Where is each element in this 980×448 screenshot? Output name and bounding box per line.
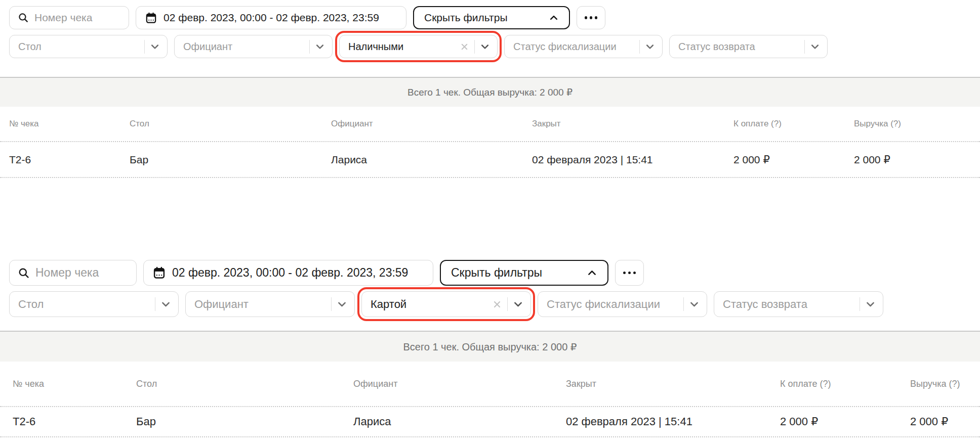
filter-label: Стол bbox=[18, 298, 150, 311]
receipt-number-input[interactable] bbox=[35, 266, 128, 280]
column-header-receipt-no: № чека bbox=[9, 119, 130, 129]
filter-label: Статус фискализации bbox=[547, 298, 678, 311]
filter-payment-method[interactable]: Наличными bbox=[339, 35, 498, 58]
column-header-revenue: Выручка (?) bbox=[910, 379, 967, 389]
cell-to-pay: 2 000 ₽ bbox=[733, 154, 854, 166]
filter-fiscal-status[interactable]: Статус фискализации bbox=[504, 35, 663, 58]
hide-filters-button[interactable]: Скрыть фильтры bbox=[440, 260, 608, 286]
filter-payment-method[interactable]: Картой bbox=[361, 291, 531, 317]
cell-table: Бар bbox=[130, 154, 331, 166]
chevron-up-icon bbox=[587, 267, 597, 278]
chevron-down-icon[interactable] bbox=[645, 41, 655, 52]
filter-label: Статус возврата bbox=[723, 298, 854, 311]
filter-label: Официант bbox=[194, 298, 326, 311]
receipt-search[interactable] bbox=[9, 260, 137, 286]
table-header-row: № чека Стол Официант Закрыт К оплате (?)… bbox=[0, 107, 980, 141]
column-header-receipt-no: № чека bbox=[13, 379, 136, 389]
hide-filters-button[interactable]: Скрыть фильтры bbox=[413, 6, 570, 29]
cell-receipt-no: T2-6 bbox=[13, 415, 136, 428]
filter-fiscal-status[interactable]: Статус фискализации bbox=[538, 291, 707, 317]
column-header-table: Стол bbox=[130, 119, 331, 129]
table-header-row: № чека Стол Официант Закрыт К оплате (?)… bbox=[0, 362, 980, 406]
chevron-down-icon[interactable] bbox=[689, 299, 700, 309]
chevron-down-icon[interactable] bbox=[513, 299, 523, 309]
filter-label: Официант bbox=[183, 41, 304, 53]
divider bbox=[155, 297, 156, 311]
ellipsis-icon bbox=[623, 272, 626, 275]
date-range-label: 02 февр. 2023, 00:00 - 02 февр. 2023, 23… bbox=[172, 266, 408, 280]
receipts-view-cash: 02 февр. 2023, 00:00 - 02 февр. 2023, 23… bbox=[0, 0, 980, 178]
divider bbox=[683, 297, 684, 311]
toolbar: 02 февр. 2023, 00:00 - 02 февр. 2023, 23… bbox=[0, 6, 980, 29]
chevron-down-icon[interactable] bbox=[160, 299, 171, 309]
summary-text: Всего 1 чек. Общая выручка: 2 000 ₽ bbox=[407, 86, 573, 98]
chevron-down-icon[interactable] bbox=[865, 299, 876, 309]
receipt-search[interactable] bbox=[9, 6, 129, 29]
filter-table[interactable]: Стол bbox=[9, 291, 179, 317]
divider bbox=[639, 40, 640, 54]
summary-bar: Всего 1 чек. Общая выручка: 2 000 ₽ bbox=[0, 331, 980, 362]
hide-filters-label: Скрыть фильтры bbox=[424, 12, 507, 24]
column-header-waiter: Официант bbox=[353, 379, 566, 389]
more-options-button[interactable] bbox=[615, 260, 644, 286]
calendar-icon bbox=[153, 266, 166, 279]
divider bbox=[860, 297, 861, 311]
divider bbox=[474, 40, 475, 54]
divider bbox=[144, 40, 145, 54]
filter-refund-status[interactable]: Статус возврата bbox=[669, 35, 828, 58]
cell-waiter: Лариса bbox=[353, 415, 566, 428]
filter-waiter[interactable]: Официант bbox=[174, 35, 333, 58]
chevron-down-icon[interactable] bbox=[150, 41, 160, 52]
divider bbox=[804, 40, 805, 54]
date-range-picker[interactable]: 02 февр. 2023, 00:00 - 02 февр. 2023, 23… bbox=[136, 6, 406, 29]
column-header-waiter: Официант bbox=[331, 119, 532, 129]
column-header-to-pay: К оплате (?) bbox=[780, 379, 910, 389]
chevron-down-icon[interactable] bbox=[810, 41, 820, 52]
receipt-number-input[interactable] bbox=[34, 12, 120, 24]
cell-revenue: 2 000 ₽ bbox=[910, 415, 967, 428]
cell-waiter: Лариса bbox=[331, 154, 532, 166]
chevron-up-icon bbox=[549, 13, 559, 23]
chevron-down-icon[interactable] bbox=[315, 41, 325, 52]
cell-closed: 02 февраля 2023 | 15:41 bbox=[532, 154, 733, 166]
column-header-closed: Закрыт bbox=[532, 119, 733, 129]
filter-label: Статус фискализации bbox=[513, 41, 634, 53]
calendar-icon bbox=[145, 12, 157, 24]
filters-row: Стол Официант Наличными Статус фиска bbox=[0, 35, 980, 58]
toolbar: 02 февр. 2023, 00:00 - 02 февр. 2023, 23… bbox=[0, 260, 980, 286]
date-range-label: 02 февр. 2023, 00:00 - 02 февр. 2023, 23… bbox=[164, 12, 379, 24]
summary-text: Всего 1 чек. Общая выручка: 2 000 ₽ bbox=[403, 341, 577, 353]
search-icon bbox=[18, 12, 29, 23]
chevron-down-icon[interactable] bbox=[480, 41, 490, 52]
cell-to-pay: 2 000 ₽ bbox=[780, 415, 910, 428]
cell-revenue: 2 000 ₽ bbox=[854, 154, 971, 166]
column-header-revenue: Выручка (?) bbox=[854, 119, 971, 129]
filter-table[interactable]: Стол bbox=[9, 35, 168, 58]
filter-label: Статус возврата bbox=[678, 41, 799, 53]
table-row[interactable]: T2-6 Бар Лариса 02 февраля 2023 | 15:41 … bbox=[0, 406, 980, 437]
filter-label: Наличными bbox=[348, 41, 455, 53]
cell-closed: 02 февраля 2023 | 15:41 bbox=[566, 415, 780, 428]
filter-waiter[interactable]: Официант bbox=[185, 291, 355, 317]
clear-filter-icon[interactable] bbox=[460, 42, 469, 52]
date-range-picker[interactable]: 02 февр. 2023, 00:00 - 02 февр. 2023, 23… bbox=[143, 260, 433, 286]
more-options-button[interactable] bbox=[577, 6, 605, 29]
cell-table: Бар bbox=[136, 415, 353, 428]
search-icon bbox=[18, 267, 30, 279]
hide-filters-label: Скрыть фильтры bbox=[451, 266, 542, 280]
receipts-view-card: 02 февр. 2023, 00:00 - 02 февр. 2023, 23… bbox=[0, 254, 980, 437]
chevron-down-icon[interactable] bbox=[337, 299, 347, 309]
divider bbox=[309, 40, 310, 54]
column-header-to-pay: К оплате (?) bbox=[733, 119, 854, 129]
ellipsis-icon bbox=[585, 16, 588, 19]
divider bbox=[331, 297, 332, 311]
cell-receipt-no: T2-6 bbox=[9, 154, 130, 166]
clear-filter-icon[interactable] bbox=[492, 299, 502, 309]
table-row[interactable]: T2-6 Бар Лариса 02 февраля 2023 | 15:41 … bbox=[0, 141, 980, 178]
column-header-table: Стол bbox=[136, 379, 353, 389]
filter-label: Картой bbox=[371, 298, 487, 311]
summary-bar: Всего 1 чек. Общая выручка: 2 000 ₽ bbox=[0, 77, 980, 107]
filter-refund-status[interactable]: Статус возврата bbox=[714, 291, 883, 317]
divider bbox=[507, 297, 508, 311]
filters-row: Стол Официант Картой Статус фискализ bbox=[0, 291, 980, 317]
